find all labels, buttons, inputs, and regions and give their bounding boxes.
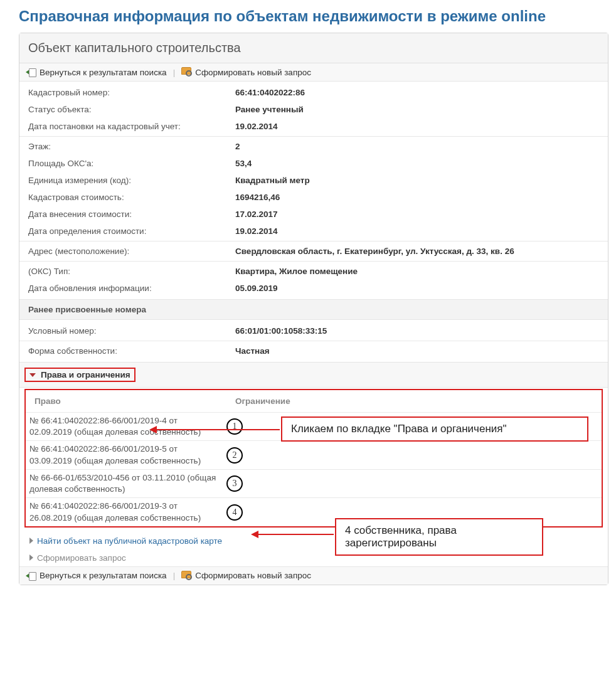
row-info-update: Дата обновления информации: 05.09.2019	[19, 280, 608, 297]
folder-search-icon	[181, 571, 191, 581]
back-label: Вернуться к результатам поиска	[40, 68, 167, 77]
right-row-3: № 66-66-01/653/2010-456 от 03.11.2010 (о…	[26, 469, 602, 497]
row-cost-entry-date: Дата внесения стоимости: 17.02.2017	[19, 206, 608, 223]
row-unit: Единица измерения (код): Квадратный метр	[19, 172, 608, 189]
rights-table-header: Право Ограничение	[26, 390, 602, 412]
chevron-right-icon	[29, 538, 33, 544]
back-to-results-link-bottom[interactable]: Вернуться к результатам поиска	[26, 571, 167, 580]
folder-search-icon	[181, 67, 191, 77]
new-query-link[interactable]: Сформировать новый запрос	[181, 67, 311, 77]
col-pravo: Право	[35, 396, 235, 406]
row-type: (ОКС) Тип: Квартира, Жилое помещение	[19, 263, 608, 280]
annotation-arrow-2	[257, 534, 334, 535]
annotation-badge-3: 3	[226, 475, 243, 492]
main-panel: Объект капитального строительства Вернут…	[19, 33, 608, 585]
back-arrow-doc-icon	[26, 571, 36, 580]
prev-numbers-header: Ранее присвоенные номера	[19, 299, 608, 320]
row-area: Площадь ОКС'a: 53,4	[19, 155, 608, 172]
rights-accordion-label: Права и ограничения	[41, 370, 130, 379]
arrow-head-icon	[251, 531, 258, 538]
toolbar-bottom: Вернуться к результатам поиска | Сформир…	[19, 566, 608, 585]
row-cost-det-date: Дата определения стоимости: 19.02.2014	[19, 223, 608, 240]
row-cad-cost: Кадастровая стоимость: 1694216,46	[19, 189, 608, 206]
callout-owners: 4 собственника, права зарегистрированы	[335, 518, 543, 556]
annotation-badge-2: 2	[226, 447, 243, 464]
toolbar-top: Вернуться к результатам поиска | Сформир…	[19, 63, 608, 82]
annotation-arrow-1	[156, 429, 280, 430]
back-arrow-doc-icon	[26, 68, 36, 77]
row-cond-number: Условный номер: 66:01/01:00:1058:33:15	[19, 322, 608, 339]
chevron-down-icon	[29, 373, 36, 377]
row-address: Адрес (местоположение): Свердловская обл…	[19, 243, 608, 260]
back-to-results-link[interactable]: Вернуться к результатам поиска	[26, 68, 167, 77]
row-reg-date: Дата постановки на кадастровый учет: 19.…	[19, 118, 608, 135]
callout-click-tab: Кликаем по вкладке "Права и органичения"	[281, 416, 588, 442]
col-ogranichenie: Ограничение	[235, 396, 290, 406]
rights-accordion-toggle[interactable]: Права и ограничения	[24, 368, 135, 382]
rights-accordion: Права и ограничения	[19, 362, 608, 388]
row-cadastral-number: Кадастровый номер: 66:41:0402022:86	[19, 84, 608, 101]
row-own-form: Форма собственности: Частная	[19, 342, 608, 359]
panel-header: Объект капитального строительства	[19, 33, 608, 63]
form-request-link[interactable]: Сформировать запрос	[37, 553, 126, 563]
page-title: Справочная информация по объектам недвиж…	[19, 8, 608, 25]
chevron-right-icon	[29, 554, 33, 561]
annotation-badge-4: 4	[226, 504, 243, 521]
find-on-map-link[interactable]: Найти объект на публичной кадастровой ка…	[37, 536, 222, 546]
right-row-2: № 66:41:0402022:86-66/001/2019-5 от 03.0…	[26, 440, 602, 469]
toolbar-separator: |	[173, 571, 176, 580]
row-status: Статус объекта: Ранее учтенный	[19, 101, 608, 118]
row-floor: Этаж: 2	[19, 138, 608, 155]
annotation-badge-1: 1	[226, 418, 243, 435]
toolbar-separator: |	[173, 68, 176, 77]
new-query-link-bottom[interactable]: Сформировать новый запрос	[181, 571, 311, 581]
new-query-label: Сформировать новый запрос	[195, 68, 311, 77]
rights-list-highlight: Право Ограничение № 66:41:0402022:86-66/…	[24, 389, 603, 528]
arrow-head-icon	[149, 426, 157, 433]
